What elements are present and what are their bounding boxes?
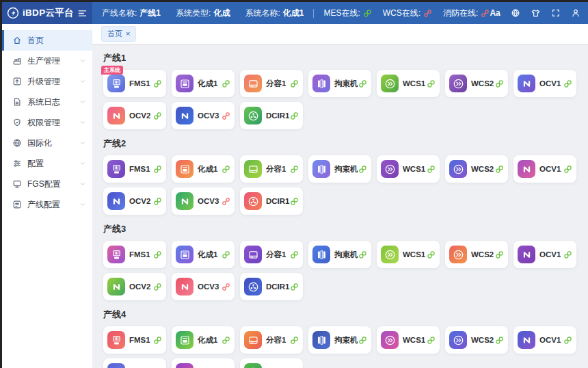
sidebar-item-home[interactable]: 首页 [2,30,92,51]
sidebar-item-permission[interactable]: 权限管理 [2,112,92,133]
system-card[interactable]: 化成1 [172,155,235,183]
system-card[interactable]: OCV3 [172,273,235,300]
link-icon[interactable] [222,165,230,174]
system-card[interactable]: OCV1 [513,155,576,183]
broken-link-icon[interactable] [222,197,230,206]
link-icon[interactable] [153,197,162,206]
card-label: 化成1 [198,335,222,345]
fullscreen-button[interactable] [551,8,561,18]
link-icon[interactable] [153,250,162,259]
link-icon[interactable] [290,111,299,120]
system-card[interactable]: WCS1 [377,326,440,354]
system-card[interactable]: WCS2 [445,155,508,183]
system-card[interactable]: 化成1 [172,241,235,268]
system-card[interactable]: 化成1 [172,326,235,354]
system-card[interactable]: 拘束机 [308,241,371,268]
link-icon[interactable] [222,79,230,88]
link-icon[interactable] [153,282,162,291]
sidebar-item-production[interactable]: 生产管理 [2,51,92,71]
card-label: OCV3 [198,282,222,291]
link-icon[interactable] [563,79,572,88]
link-icon[interactable] [290,336,299,345]
system-card[interactable]: WCS1 [377,241,440,268]
system-card[interactable]: FMS1 [103,155,166,183]
link-icon[interactable] [153,165,162,174]
system-card[interactable]: 分容1 [240,241,303,268]
system-card[interactable]: OCV3 [172,187,235,215]
system-card[interactable]: 分容1 [240,155,303,183]
link-icon[interactable] [153,336,162,345]
link-icon[interactable] [222,250,230,259]
link-icon[interactable] [290,282,299,291]
link-icon[interactable] [427,250,436,259]
sidebar-item-config[interactable]: 配置 [2,153,92,174]
system-card[interactable]: WCS1 [377,70,440,97]
system-card[interactable]: 分容1 [240,70,303,97]
link-icon[interactable] [495,336,504,345]
system-card[interactable]: FMS1 [103,241,166,268]
system-card[interactable]: FMS1 [103,326,166,354]
content: 产线1FMS1主系统化成1分容1拘束机WCS1WCS2OCV1OCV2OCV3D… [92,44,588,368]
link-icon[interactable] [563,250,572,259]
theme-button[interactable] [531,8,541,18]
system-card[interactable]: 拘束机 [308,326,371,354]
user-button[interactable] [571,8,580,18]
link-icon[interactable] [563,336,572,345]
link-icon[interactable] [358,336,367,345]
link-icon[interactable] [290,197,299,206]
system-card[interactable]: OCV2 [103,102,166,129]
system-card[interactable]: WCS1 [377,155,440,183]
link-icon[interactable] [153,111,162,120]
system-card[interactable]: 拘束机 [308,155,371,183]
link-icon[interactable] [153,79,162,88]
system-card[interactable]: OCV3 [172,102,235,129]
system-card[interactable]: DCIR1 [240,187,303,215]
system-card[interactable]: OCV1 [513,241,576,268]
language-button[interactable] [511,8,520,18]
link-icon[interactable] [563,165,572,174]
link-icon[interactable] [495,250,504,259]
system-card[interactable]: DCIR1 [240,102,303,129]
oven-glyph-icon [176,331,193,349]
system-card[interactable]: WCS2 [445,241,508,268]
link-icon[interactable] [427,79,436,88]
link-icon[interactable] [427,336,436,345]
system-card[interactable]: OCV3 [172,358,235,368]
system-card[interactable]: FMS1主系统 [103,70,166,97]
sidebar-item-i18n[interactable]: 国际化 [2,133,92,153]
link-icon[interactable] [427,165,436,174]
sidebar-item-fgs-config[interactable]: FGS配置 [2,174,92,194]
tab-close-icon[interactable]: × [126,30,130,38]
system-card[interactable]: DCIR1 [240,273,303,300]
system-card[interactable]: WCS2 [445,326,508,354]
system-card[interactable]: DCIR1 [240,358,303,368]
link-icon[interactable] [222,336,230,345]
link-icon[interactable] [495,165,504,174]
system-card[interactable]: WCS2 [445,70,508,97]
sidebar-item-syslog[interactable]: 系统日志 [2,92,92,112]
broken-link-icon[interactable] [222,282,230,291]
link-icon[interactable] [358,250,367,259]
system-card[interactable]: 分容1 [240,326,303,354]
sidebar-item-line-config[interactable]: 产线配置 [2,194,92,215]
link-icon[interactable] [290,250,299,259]
system-card[interactable]: OCV2 [103,358,166,368]
system-card[interactable]: 化成1 [172,70,235,97]
system-card[interactable]: 拘束机 [308,70,371,97]
card-label: FMS1 [129,250,153,259]
broken-link-icon[interactable] [222,111,230,120]
system-card[interactable]: OCV1 [513,70,576,97]
tab-home[interactable]: 首页 × [101,26,136,42]
system-card[interactable]: OCV2 [103,273,166,300]
font-size-button[interactable]: Aa [490,8,500,18]
system-card[interactable]: OCV1 [513,326,576,354]
sidebar-item-upgrade[interactable]: 升级管理 [2,71,92,92]
link-icon[interactable] [290,79,299,88]
link-icon[interactable] [290,165,299,174]
link-icon[interactable] [495,79,504,88]
link-icon[interactable] [358,79,367,88]
card-label: 拘束机 [334,250,358,260]
collapse-sidebar-button[interactable] [77,8,88,18]
link-icon[interactable] [358,165,367,174]
system-card[interactable]: OCV2 [103,187,166,215]
